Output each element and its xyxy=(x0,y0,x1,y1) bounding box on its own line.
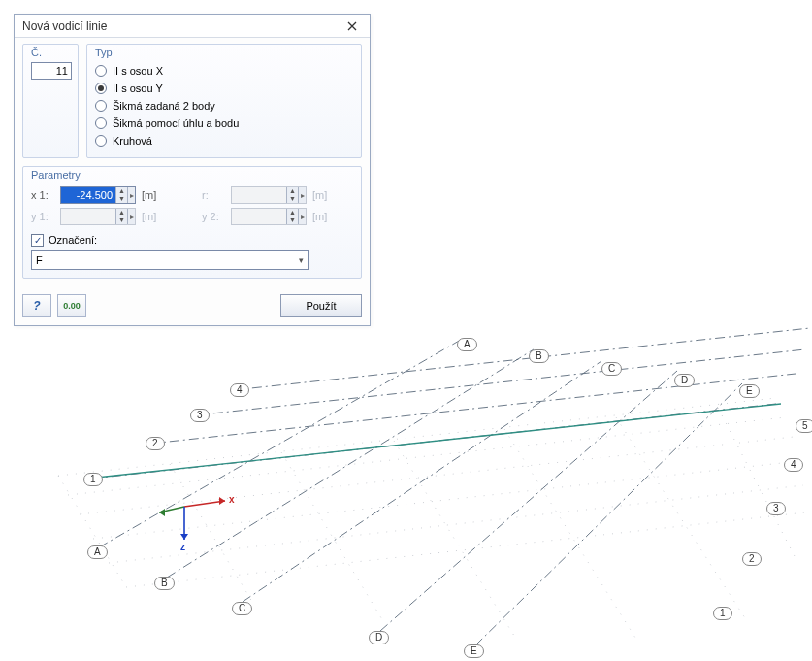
mark-combo-value: F xyxy=(36,254,299,266)
y1-unit: [m] xyxy=(142,211,163,222)
svg-line-23 xyxy=(184,501,225,507)
axis-x-label: x xyxy=(229,494,235,505)
x1-label: x 1: xyxy=(31,189,54,201)
mark-checkbox[interactable]: ✓ xyxy=(31,234,44,247)
number-input[interactable] xyxy=(31,62,72,80)
y1-spin-up: ▲ xyxy=(115,209,127,216)
svg-line-9 xyxy=(394,441,514,636)
type-panel: Typ II s osou X II s osou Y Šikmá zadaná… xyxy=(86,44,362,158)
svg-line-22 xyxy=(87,404,781,479)
radio-icon xyxy=(95,135,107,147)
r-spin-down: ▼ xyxy=(286,195,298,203)
parameters-panel: Parametry x 1: ▲ ▼ ▸ [m] r: ▲▼ ▸ xyxy=(22,166,362,279)
svg-line-25 xyxy=(159,507,184,512)
radio-parallel-x[interactable]: II s osou X xyxy=(95,62,353,80)
grid-label-number-right: 3 xyxy=(766,502,786,515)
chevron-down-icon: ▾ xyxy=(299,255,304,265)
grid-label-letter-top: E xyxy=(739,384,760,398)
y2-unit: [m] xyxy=(312,211,334,222)
apply-button[interactable]: Použít xyxy=(280,294,362,317)
y1-spin-down: ▼ xyxy=(115,216,127,224)
r-spin-up: ▲ xyxy=(286,187,298,195)
grid-label-number-left: 3 xyxy=(190,409,210,422)
svg-line-12 xyxy=(718,408,796,558)
mark-label: Označení: xyxy=(49,234,97,246)
svg-line-4 xyxy=(109,485,803,563)
y2-label: y 2: xyxy=(202,211,225,222)
grid-label-number-right: 5 xyxy=(796,419,812,433)
svg-marker-24 xyxy=(219,497,225,505)
mark-combo[interactable]: F ▾ xyxy=(31,250,309,270)
grid-label-letter-bottom: B xyxy=(154,577,175,590)
y2-spin-up: ▲ xyxy=(286,209,298,216)
svg-line-3 xyxy=(93,461,799,539)
svg-line-1 xyxy=(68,417,786,495)
units-button[interactable]: 0.00 xyxy=(57,294,86,317)
r-input xyxy=(232,187,286,203)
type-panel-title: Typ xyxy=(95,47,353,58)
y2-spinbox: ▲▼ ▸ xyxy=(231,208,307,225)
y1-label: y 1: xyxy=(31,211,54,222)
svg-line-8 xyxy=(281,452,383,621)
new-guideline-dialog: Nová vodicí linie Č. Typ II s osou X II … xyxy=(14,14,371,326)
svg-line-21 xyxy=(475,383,742,645)
y2-spin-down: ▼ xyxy=(286,216,298,224)
radio-oblique-angle[interactable]: Šikmá pomocí úhlu a bodu xyxy=(95,115,353,132)
titlebar[interactable]: Nová vodicí linie xyxy=(15,15,370,38)
grid-label-number-right: 2 xyxy=(742,552,762,566)
radio-parallel-y[interactable]: II s osou Y xyxy=(95,80,353,97)
x1-unit: [m] xyxy=(142,189,163,201)
parameters-panel-title: Parametry xyxy=(31,169,353,181)
grid-label-letter-top: A xyxy=(457,338,477,351)
radio-label: II s osou Y xyxy=(113,83,163,94)
svg-line-5 xyxy=(126,512,805,587)
svg-line-17 xyxy=(99,340,461,547)
svg-line-16 xyxy=(233,328,810,390)
grid-label-letter-bottom: D xyxy=(369,631,389,644)
radio-label: Kruhová xyxy=(113,135,152,147)
svg-line-14 xyxy=(150,374,796,444)
number-panel-title: Č. xyxy=(31,47,70,58)
help-button[interactable]: ? xyxy=(22,294,51,317)
radio-oblique-2points[interactable]: Šikmá zadaná 2 body xyxy=(95,97,353,115)
dialog-title: Nová vodicí linie xyxy=(22,19,339,33)
help-icon: ? xyxy=(33,299,40,313)
ruler-icon: 0.00 xyxy=(63,301,81,311)
svg-line-13 xyxy=(92,404,776,479)
svg-line-20 xyxy=(380,371,677,631)
grid-label-letter-top: D xyxy=(674,374,695,387)
radio-icon xyxy=(95,117,107,129)
r-unit: [m] xyxy=(312,189,334,201)
grid-label-number-right: 4 xyxy=(784,458,803,472)
y1-spinbox: ▲▼ ▸ xyxy=(60,208,136,225)
x1-input[interactable] xyxy=(61,187,115,203)
x1-spin-up[interactable]: ▲ xyxy=(115,187,127,195)
y1-input xyxy=(61,209,115,224)
svg-line-15 xyxy=(194,349,805,415)
axis-z-label: z xyxy=(180,542,185,552)
grid-label-letter-bottom: A xyxy=(87,545,108,559)
close-button[interactable] xyxy=(339,17,366,36)
svg-line-0 xyxy=(58,398,776,476)
svg-line-10 xyxy=(504,429,640,645)
radio-circular[interactable]: Kruhová xyxy=(95,132,353,149)
radio-label: Šikmá zadaná 2 body xyxy=(113,100,215,112)
y2-input xyxy=(232,209,286,224)
radio-icon xyxy=(95,83,107,94)
x1-spin-down[interactable]: ▼ xyxy=(115,195,127,203)
svg-marker-26 xyxy=(159,509,165,516)
y1-slider: ▸ xyxy=(127,209,135,224)
r-label: r: xyxy=(202,189,225,201)
grid-label-number-left: 1 xyxy=(83,473,103,486)
svg-line-7 xyxy=(170,464,252,602)
r-spinbox: ▲▼ ▸ xyxy=(231,186,307,204)
grid-label-letter-bottom: E xyxy=(464,644,484,658)
x1-slider[interactable]: ▸ xyxy=(127,187,135,203)
r-slider: ▸ xyxy=(298,187,306,203)
svg-line-11 xyxy=(616,417,747,621)
svg-line-19 xyxy=(243,361,601,602)
y2-slider: ▸ xyxy=(298,209,306,224)
svg-line-18 xyxy=(167,349,534,578)
number-panel: Č. xyxy=(22,44,79,158)
x1-spinbox[interactable]: ▲ ▼ ▸ xyxy=(60,186,136,204)
